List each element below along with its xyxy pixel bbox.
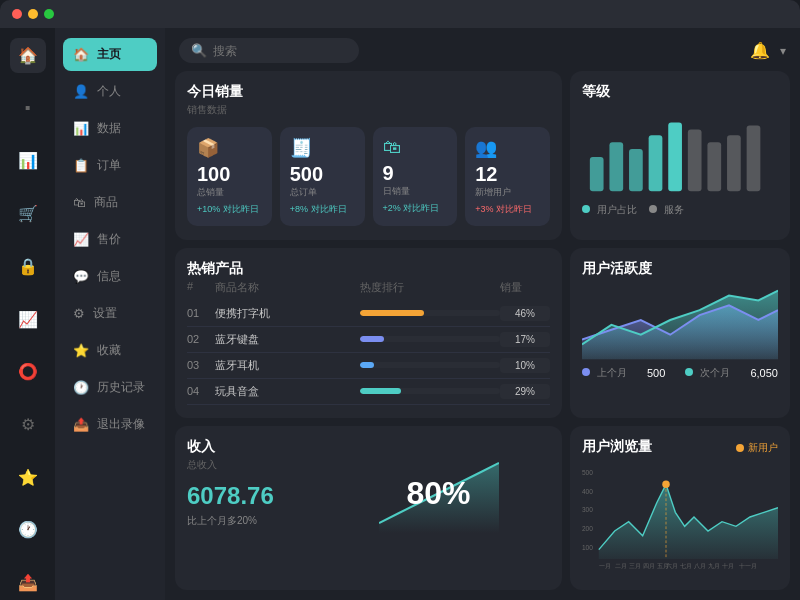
user-traffic-card: 用户浏览量 新用户 bbox=[570, 426, 790, 590]
metric-total-orders: 🧾 500 总订单 +8% 对比昨日 bbox=[280, 127, 365, 226]
svg-text:七月: 七月 bbox=[680, 564, 692, 570]
activity-legend: 上个月 500 次个月 6,050 bbox=[582, 366, 778, 380]
search-input[interactable] bbox=[213, 44, 353, 58]
sidebar-item-logout[interactable]: 📤 退出录像 bbox=[63, 408, 157, 441]
svg-text:六月: 六月 bbox=[666, 563, 678, 570]
price-icon: 📈 bbox=[73, 232, 89, 247]
revenue-amount: 6078.76 bbox=[187, 482, 307, 510]
svg-text:100: 100 bbox=[582, 544, 593, 551]
close-button[interactable] bbox=[12, 9, 22, 19]
settings-icon: ⚙ bbox=[73, 306, 85, 321]
sidebar-item-settings[interactable]: ⚙ 设置 bbox=[63, 297, 157, 330]
new-users-label: 新增用户 bbox=[475, 186, 540, 199]
search-box[interactable]: 🔍 bbox=[179, 38, 359, 63]
top-bar-right: 🔔 ▾ bbox=[750, 41, 786, 60]
svg-text:500: 500 bbox=[582, 469, 593, 476]
grade-legend-users: 用户占比 bbox=[582, 203, 637, 217]
revenue-change: 比上个月多20% bbox=[187, 514, 307, 528]
svg-rect-4 bbox=[668, 123, 682, 192]
hot-products-card: 热销产品 # 商品名称 热度排行 销量 01 便携打字机 46% bbox=[175, 248, 562, 419]
sidebar-icon-square[interactable]: ▪ bbox=[10, 91, 46, 126]
products-table-header: # 商品名称 热度排行 销量 bbox=[187, 280, 550, 295]
traffic-chart: 500 400 300 200 100 一月 二月 bbox=[582, 462, 778, 576]
svg-rect-5 bbox=[688, 129, 702, 191]
sidebar-item-favorites[interactable]: ⭐ 收藏 bbox=[63, 334, 157, 367]
sidebar-item-orders[interactable]: 📋 订单 bbox=[63, 149, 157, 182]
svg-text:十月: 十月 bbox=[722, 564, 734, 570]
sidebar-item-data[interactable]: 📊 数据 bbox=[63, 112, 157, 145]
bar-2 bbox=[360, 336, 500, 342]
bar-3 bbox=[360, 362, 500, 368]
total-orders-icon: 🧾 bbox=[290, 137, 355, 159]
sidebar-icon-trend[interactable]: 📈 bbox=[10, 302, 46, 337]
svg-rect-6 bbox=[707, 142, 721, 191]
main-content: 🔍 🔔 ▾ 今日销量 销售数据 📦 100 总销量 +10% 对比昨日 bbox=[165, 28, 800, 600]
data-icon: 📊 bbox=[73, 121, 89, 136]
grade-title: 等级 bbox=[582, 83, 778, 101]
sidebar-icon-history[interactable]: 🕐 bbox=[10, 513, 46, 548]
sidebar-item-personal[interactable]: 👤 个人 bbox=[63, 75, 157, 108]
svg-rect-2 bbox=[629, 149, 643, 191]
sidebar-item-products[interactable]: 🛍 商品 bbox=[63, 186, 157, 219]
total-orders-label: 总订单 bbox=[290, 186, 355, 199]
sidebar-item-history[interactable]: 🕐 历史记录 bbox=[63, 371, 157, 404]
sidebar-icon-chart[interactable]: 📊 bbox=[10, 143, 46, 178]
sidebar-icon-export[interactable]: 📤 bbox=[10, 565, 46, 600]
total-sales-icon: 📦 bbox=[197, 137, 262, 159]
svg-rect-3 bbox=[649, 135, 663, 191]
history-icon: 🕐 bbox=[73, 380, 89, 395]
svg-text:八月: 八月 bbox=[694, 564, 706, 570]
sidebar-icon-lock[interactable]: 🔒 bbox=[10, 249, 46, 284]
products-table: # 商品名称 热度排行 销量 01 便携打字机 46% 02 蓝牙键盘 bbox=[187, 280, 550, 405]
table-row: 04 玩具音盒 29% bbox=[187, 379, 550, 405]
search-icon: 🔍 bbox=[191, 43, 207, 58]
activity-legend-next: 次个月 bbox=[685, 366, 730, 380]
sidebar-icon-home[interactable]: 🏠 bbox=[10, 38, 46, 73]
sidebar-icon-circle[interactable]: ⭕ bbox=[10, 354, 46, 389]
revenue-chart: 80% bbox=[327, 438, 550, 533]
new-users-dot bbox=[736, 444, 744, 452]
bar-4 bbox=[360, 388, 500, 394]
traffic-title: 用户浏览量 bbox=[582, 438, 652, 456]
activity-legend-last: 上个月 bbox=[582, 366, 627, 380]
maximize-button[interactable] bbox=[44, 9, 54, 19]
daily-sales-value: 9 bbox=[383, 162, 448, 185]
metric-total-sales: 📦 100 总销量 +10% 对比昨日 bbox=[187, 127, 272, 226]
sales-metrics: 📦 100 总销量 +10% 对比昨日 🧾 500 总订单 +8% 对比昨日 🛍… bbox=[187, 127, 550, 226]
notification-icon[interactable]: 🔔 bbox=[750, 41, 770, 60]
top-bar: 🔍 🔔 ▾ bbox=[175, 38, 790, 63]
table-row: 03 蓝牙耳机 10% bbox=[187, 353, 550, 379]
sidebar-icon-star[interactable]: ⭐ bbox=[10, 460, 46, 495]
chevron-down-icon[interactable]: ▾ bbox=[780, 44, 786, 58]
favorites-icon: ⭐ bbox=[73, 343, 89, 358]
sidebar-icon-strip: 🏠 ▪ 📊 🛒 🔒 📈 ⭕ ⚙ ⭐ 🕐 📤 bbox=[0, 28, 55, 600]
sidebar-item-messages[interactable]: 💬 信息 bbox=[63, 260, 157, 293]
sidebar-item-price[interactable]: 📈 售价 bbox=[63, 223, 157, 256]
window-chrome bbox=[0, 0, 800, 28]
traffic-legend: 新用户 bbox=[736, 441, 778, 455]
svg-text:二月: 二月 bbox=[615, 564, 627, 570]
new-users-value: 12 bbox=[475, 163, 540, 186]
metric-daily-sales: 🛍 9 日销量 +2% 对比昨日 bbox=[373, 127, 458, 226]
svg-rect-1 bbox=[609, 142, 623, 191]
sidebar-icon-cart[interactable]: 🛒 bbox=[10, 196, 46, 231]
grade-legend-service: 服务 bbox=[649, 203, 684, 217]
sidebar-nav: 🏠 主页 👤 个人 📊 数据 📋 订单 🛍 商品 📈 售价 💬 信息 ⚙ bbox=[55, 28, 165, 600]
svg-rect-8 bbox=[747, 126, 761, 192]
activity-chart bbox=[582, 280, 778, 360]
sidebar-icon-settings[interactable]: ⚙ bbox=[10, 407, 46, 442]
minimize-button[interactable] bbox=[28, 9, 38, 19]
svg-text:十一月: 十一月 bbox=[739, 564, 757, 570]
daily-sales-label: 日销量 bbox=[383, 185, 448, 198]
user-activity-title: 用户活跃度 bbox=[582, 260, 778, 278]
user-activity-card: 用户活跃度 bbox=[570, 248, 790, 419]
table-row: 02 蓝牙键盘 17% bbox=[187, 327, 550, 353]
svg-text:400: 400 bbox=[582, 488, 593, 495]
orders-icon: 📋 bbox=[73, 158, 89, 173]
revenue-left: 收入 总收入 6078.76 比上个月多20% bbox=[187, 438, 307, 528]
svg-text:三月: 三月 bbox=[629, 564, 641, 570]
grade-legend: 用户占比 服务 bbox=[582, 203, 778, 217]
svg-text:200: 200 bbox=[582, 525, 593, 532]
table-row: 01 便携打字机 46% bbox=[187, 301, 550, 327]
sidebar-item-home[interactable]: 🏠 主页 bbox=[63, 38, 157, 71]
